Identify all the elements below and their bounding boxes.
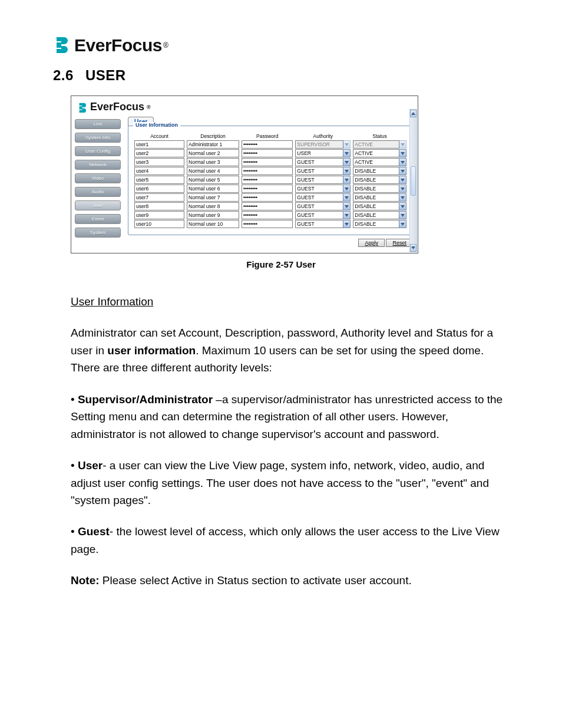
description-input[interactable] xyxy=(187,193,239,202)
scroll-thumb[interactable] xyxy=(411,166,416,196)
authority-select[interactable] xyxy=(295,185,343,193)
chevron-down-icon xyxy=(343,140,351,149)
password-input[interactable] xyxy=(242,149,293,157)
chevron-down-icon[interactable] xyxy=(343,167,351,175)
brand-logo: EverFocus® xyxy=(53,35,509,55)
authority-select[interactable] xyxy=(295,193,343,202)
account-input[interactable] xyxy=(134,220,184,228)
sidebar: LiveSystem InfoUser ConfigNetworkVideoAu… xyxy=(71,116,124,253)
description-input[interactable] xyxy=(187,220,239,228)
password-input[interactable] xyxy=(242,185,293,193)
password-input[interactable] xyxy=(242,140,293,149)
chevron-down-icon[interactable] xyxy=(399,167,406,175)
account-input[interactable] xyxy=(134,202,184,210)
description-input[interactable] xyxy=(187,149,239,157)
status-select[interactable] xyxy=(353,202,399,210)
sidebar-item-video[interactable]: Video xyxy=(75,173,121,183)
authority-select[interactable] xyxy=(295,220,343,228)
description-input[interactable] xyxy=(187,167,239,175)
brand-icon xyxy=(53,35,71,55)
sidebar-item-system[interactable]: System xyxy=(75,228,121,238)
chevron-down-icon[interactable] xyxy=(343,185,351,193)
sidebar-item-user[interactable]: User xyxy=(75,200,121,210)
sidebar-item-network[interactable]: Network xyxy=(75,160,121,170)
chevron-down-icon[interactable] xyxy=(399,220,406,228)
screenshot-brand: EverFocus® xyxy=(77,101,412,113)
account-input[interactable] xyxy=(134,140,184,149)
password-input[interactable] xyxy=(242,167,293,175)
table-row xyxy=(133,185,408,193)
table-row xyxy=(133,140,408,149)
table-row xyxy=(133,202,408,210)
scroll-down-icon[interactable] xyxy=(410,244,416,252)
chevron-down-icon xyxy=(399,140,406,149)
chevron-down-icon[interactable] xyxy=(399,202,406,210)
chevron-down-icon[interactable] xyxy=(343,193,351,202)
account-input[interactable] xyxy=(134,167,184,175)
authority-select[interactable] xyxy=(295,211,343,219)
col-description: Description xyxy=(186,133,240,140)
status-select[interactable] xyxy=(353,149,399,157)
password-input[interactable] xyxy=(242,211,293,219)
chevron-down-icon[interactable] xyxy=(343,158,351,166)
sidebar-item-live[interactable]: Live xyxy=(75,119,121,129)
password-input[interactable] xyxy=(242,176,293,184)
account-input[interactable] xyxy=(134,176,184,184)
figure-caption: Figure 2-57 User xyxy=(53,259,509,269)
authority-select[interactable] xyxy=(295,176,343,184)
password-input[interactable] xyxy=(242,158,293,166)
table-row xyxy=(133,167,408,175)
password-input[interactable] xyxy=(242,220,293,228)
account-input[interactable] xyxy=(134,158,184,166)
description-input[interactable] xyxy=(187,140,239,149)
description-input[interactable] xyxy=(187,202,239,210)
password-input[interactable] xyxy=(242,202,293,210)
status-select[interactable] xyxy=(353,158,399,166)
authority-select[interactable] xyxy=(295,158,343,166)
description-input[interactable] xyxy=(187,211,239,219)
sidebar-item-system-info[interactable]: System Info xyxy=(75,133,121,143)
status-select[interactable] xyxy=(353,193,399,202)
description-input[interactable] xyxy=(187,176,239,184)
chevron-down-icon[interactable] xyxy=(399,211,406,219)
account-input[interactable] xyxy=(134,211,184,219)
password-input[interactable] xyxy=(242,193,293,202)
status-select[interactable] xyxy=(353,220,399,228)
chevron-down-icon[interactable] xyxy=(343,220,351,228)
chevron-down-icon[interactable] xyxy=(343,211,351,219)
chevron-down-icon[interactable] xyxy=(399,185,406,193)
sidebar-item-event[interactable]: Event xyxy=(75,214,121,224)
chevron-down-icon[interactable] xyxy=(399,193,406,202)
body-text: User Information Administrator can set A… xyxy=(53,293,509,589)
status-select[interactable] xyxy=(353,211,399,219)
chevron-down-icon[interactable] xyxy=(399,149,406,157)
chevron-down-icon[interactable] xyxy=(343,202,351,210)
chevron-down-icon[interactable] xyxy=(399,158,406,166)
account-input[interactable] xyxy=(134,149,184,157)
status-select[interactable] xyxy=(353,167,399,175)
status-select[interactable] xyxy=(353,185,399,193)
chevron-down-icon[interactable] xyxy=(399,176,406,184)
authority-select[interactable] xyxy=(295,149,343,157)
scrollbar[interactable] xyxy=(409,109,417,252)
apply-button[interactable]: Apply xyxy=(358,239,385,247)
account-input[interactable] xyxy=(134,185,184,193)
authority-select[interactable] xyxy=(295,202,343,210)
chevron-down-icon[interactable] xyxy=(343,149,351,157)
sidebar-item-user-config[interactable]: User Config xyxy=(75,146,121,156)
sidebar-item-audio[interactable]: Audio xyxy=(75,187,121,197)
chevron-down-icon[interactable] xyxy=(343,176,351,184)
col-authority: Authority xyxy=(294,133,352,140)
brand-text: EverFocus® xyxy=(74,35,168,55)
panel-legend: User Information xyxy=(133,122,180,128)
account-input[interactable] xyxy=(134,193,184,202)
table-row xyxy=(133,149,408,157)
scroll-up-icon[interactable] xyxy=(410,110,416,117)
description-input[interactable] xyxy=(187,158,239,166)
authority-select[interactable] xyxy=(295,167,343,175)
screenshot-panel: EverFocus® LiveSystem InfoUser ConfigNet… xyxy=(71,95,418,253)
description-input[interactable] xyxy=(187,185,239,193)
table-row xyxy=(133,176,408,184)
status-select[interactable] xyxy=(353,176,399,184)
col-account: Account xyxy=(133,133,186,140)
